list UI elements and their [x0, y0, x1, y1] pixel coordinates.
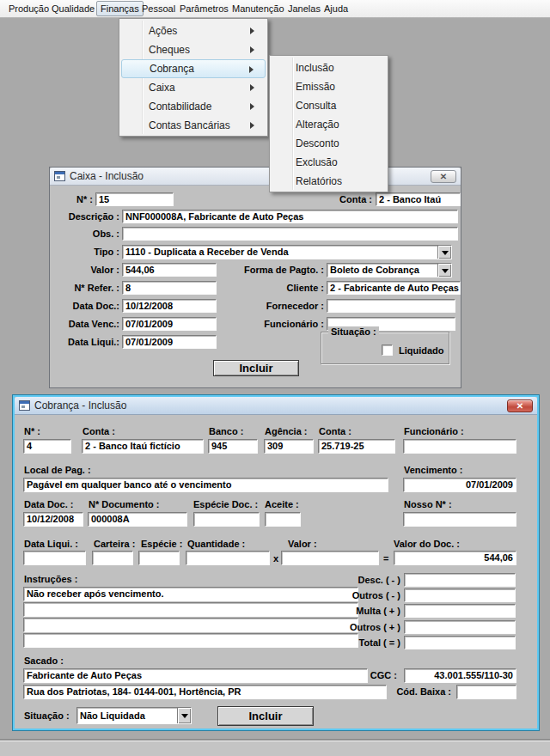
submenu-arrow-icon	[249, 66, 257, 73]
caixa-data-venc-field[interactable]: 07/01/2009	[122, 317, 217, 331]
caixa-data-liqui-field[interactable]: 07/01/2009	[122, 335, 217, 349]
cob-cgc-field[interactable]: 43.001.555/110-30	[404, 668, 516, 683]
menu-item-label: Alteração	[296, 119, 339, 131]
cobranca-submenu: Inclusão Emissão Consulta Alteração Desc…	[269, 55, 388, 192]
menu-item-contabilidade[interactable]: Contabilidade	[121, 97, 266, 116]
cob-desc-minus-label: Desc. ( - )	[358, 575, 400, 585]
cob-num-documento-field[interactable]: 000008A	[88, 512, 187, 527]
cob-carteira-field[interactable]	[92, 551, 133, 565]
cobranca-title-bar[interactable]: Cobrança - Inclusão ✕	[15, 397, 537, 415]
cob-sacado-endereco-field[interactable]: Rua dos Patriotas, 184- 0144-001, Hortên…	[23, 685, 387, 699]
caixa-forma-pagto-combobox[interactable]: Boleto de Cobrança	[327, 263, 452, 277]
menubar-item-financas[interactable]: Finanças	[96, 1, 144, 16]
menu-item-label: Relatórios	[296, 175, 342, 187]
menubar-item-producao[interactable]: Produção	[5, 0, 52, 17]
cob-data-liqui-label: Data Liqui. :	[24, 539, 78, 549]
cob-especie-doc-field[interactable]	[193, 512, 260, 527]
financas-menu: Ações Cheques Cobrança Caixa Contabilida…	[119, 18, 268, 137]
cobranca-close-button[interactable]: ✕	[507, 399, 533, 412]
cob-nosso-num-field[interactable]	[403, 512, 516, 527]
cob-quantidade-field[interactable]	[186, 551, 270, 565]
caixa-descricao-field[interactable]: NNF000008A, Fabricante de Auto Peças	[122, 210, 458, 223]
submenu-item-emissao[interactable]: Emissão	[272, 77, 386, 96]
cob-valor-doc-field[interactable]: 544,06	[394, 551, 516, 565]
cob-numero-field[interactable]: 4	[23, 439, 71, 454]
cob-aceite-label: Aceite :	[265, 499, 299, 509]
submenu-item-alteracao[interactable]: Alteração	[272, 115, 386, 134]
caixa-conta-field[interactable]: 2 - Banco Itaú	[376, 192, 461, 206]
menu-item-caixa[interactable]: Caixa	[121, 78, 266, 97]
cob-instrucao-4-field[interactable]	[23, 633, 358, 648]
cob-instrucao-2-field[interactable]	[23, 602, 358, 617]
cob-multa-plus-field[interactable]	[404, 604, 516, 618]
caixa-fornecedor-field[interactable]	[327, 299, 455, 313]
submenu-item-relatorios[interactable]: Relatórios	[272, 172, 386, 191]
cob-funcionario-field[interactable]	[403, 439, 516, 454]
menu-item-label: Exclusão	[296, 156, 338, 168]
caixa-tipo-combobox[interactable]: 1110 - Duplicata a Receber de Venda	[122, 245, 452, 259]
cob-quantidade-label: Quantidade :	[187, 539, 245, 549]
caixa-cliente-field[interactable]: 2 - Fabricante de Auto Peças	[327, 281, 461, 295]
caixa-data-doc-field[interactable]: 10/12/2008	[122, 299, 217, 313]
cob-cod-baixa-field[interactable]	[456, 685, 516, 699]
cob-carteira-label: Carteira :	[94, 539, 135, 549]
cob-banco-field[interactable]: 945	[208, 439, 258, 454]
caixa-valor-label: Valor :	[90, 265, 119, 275]
caixa-obs-field[interactable]	[122, 227, 458, 241]
caixa-obs-label: Obs. :	[93, 229, 119, 239]
cob-outros-plus-field[interactable]	[404, 620, 516, 634]
cob-valor-field[interactable]	[281, 551, 379, 565]
menubar-item-ajuda[interactable]: Ajuda	[321, 0, 351, 17]
caixa-close-button[interactable]: ✕	[431, 170, 456, 183]
menu-item-label: Contabilidade	[149, 101, 211, 113]
menu-item-label: Cobrança	[150, 63, 194, 75]
caixa-num-refer-field[interactable]: 8	[122, 281, 217, 295]
menubar-item-pessoal[interactable]: Pessoal	[138, 0, 179, 17]
cob-situacao-combobox[interactable]: Não Liquidada	[76, 707, 192, 724]
cob-nosso-num-label: Nosso N* :	[404, 499, 452, 509]
cob-conta2-field[interactable]: 25.719-25	[318, 439, 395, 454]
menubar-item-parametros[interactable]: Parâmetros	[176, 0, 232, 17]
cob-aceite-field[interactable]	[265, 512, 301, 527]
caixa-incluir-button[interactable]: Incluir	[213, 360, 299, 376]
submenu-item-inclusao[interactable]: Inclusão	[272, 58, 386, 77]
cob-local-pag-field[interactable]: Pagável em qualquer banco até o vencimen…	[23, 478, 388, 492]
menubar-item-janelas[interactable]: Janelas	[284, 0, 324, 17]
menu-item-contas-bancarias[interactable]: Contas Bancárias	[121, 116, 266, 135]
caixa-valor-field[interactable]: 544,06	[122, 263, 217, 277]
caixa-numero-field[interactable]: 15	[95, 192, 174, 206]
menu-item-cobranca[interactable]: Cobrança	[121, 59, 266, 78]
caixa-title-bar[interactable]: Caixa - Inclusão ✕	[50, 168, 461, 186]
cob-data-doc-label: Data Doc. :	[24, 499, 73, 509]
cob-sacado-nome-field[interactable]: Fabricante de Auto Peças	[23, 668, 368, 683]
cob-desc-minus-field[interactable]	[404, 573, 516, 587]
submenu-item-consulta[interactable]: Consulta	[272, 96, 386, 115]
liquidado-checkbox[interactable]	[382, 344, 393, 356]
menubar-item-qualidade[interactable]: Qualidade	[48, 0, 98, 17]
menubar-item-manutencao[interactable]: Manutenção	[229, 0, 288, 17]
caixa-descricao-label: Descrição :	[69, 211, 119, 222]
dropdown-arrow-icon[interactable]	[437, 264, 451, 277]
cob-vencimento-field[interactable]: 07/01/2009	[403, 478, 516, 492]
menu-item-label: Contas Bancárias	[149, 119, 230, 131]
cob-outros-minus-field[interactable]	[404, 588, 516, 602]
caixa-conta-label: Conta :	[339, 194, 372, 204]
cobranca-client-area: N* : Conta : Banco : Agência : Conta : F…	[15, 415, 537, 729]
cob-data-doc-field[interactable]: 10/12/2008	[23, 512, 83, 527]
cob-instrucao-1-field[interactable]: Não receber após vencimento.	[23, 587, 358, 601]
cobranca-incluir-button[interactable]: Incluir	[217, 706, 314, 726]
cob-especie-field[interactable]	[138, 551, 180, 565]
menu-item-cheques[interactable]: Cheques	[121, 40, 266, 59]
menu-item-acoes[interactable]: Ações	[121, 21, 266, 40]
dropdown-arrow-icon[interactable]	[437, 246, 451, 259]
dropdown-arrow-icon[interactable]	[177, 708, 191, 723]
cob-data-liqui-field[interactable]	[23, 551, 86, 565]
submenu-item-exclusao[interactable]: Exclusão	[272, 153, 386, 172]
cob-conta-field[interactable]: 2 - Banco Itaú fictício	[82, 439, 204, 454]
multiply-operator-label: x	[273, 553, 278, 564]
cob-agencia-field[interactable]: 309	[264, 439, 314, 454]
cob-instrucao-3-field[interactable]	[23, 618, 358, 632]
submenu-item-desconto[interactable]: Desconto	[272, 134, 386, 153]
cob-num-documento-label: N* Documento :	[89, 499, 160, 509]
cob-total-field[interactable]	[404, 636, 516, 649]
